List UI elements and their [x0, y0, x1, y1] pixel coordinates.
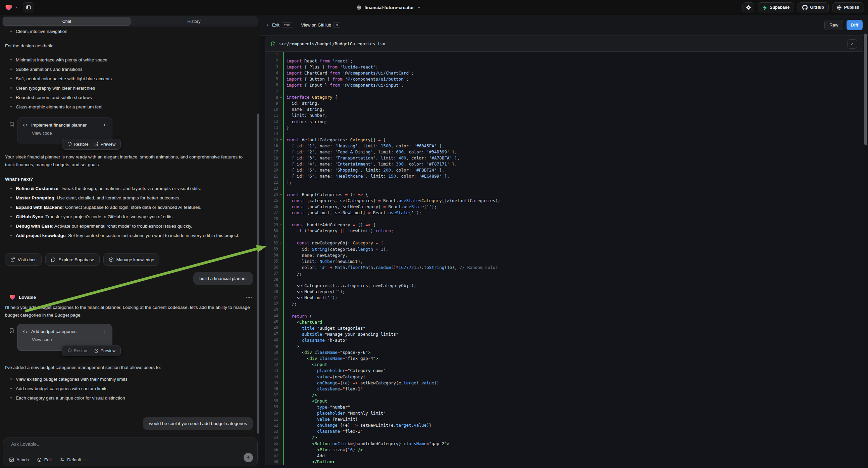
code-line: 13}	[266, 124, 863, 130]
github-button[interactable]: GitHub	[798, 2, 829, 12]
code-lines[interactable]: 12import React from 'react';3import { Pl…	[266, 52, 863, 465]
code-text: const [categories, setCategories] = Reac…	[284, 198, 500, 203]
file-header[interactable]: src/components/budget/BudgetCategories.t…	[266, 36, 863, 52]
restore-button[interactable]: Restore	[67, 142, 89, 147]
bookmark-icon[interactable]	[9, 121, 14, 127]
code-line: 6import { Input } from '@/components/ui/…	[266, 82, 863, 88]
list-item-label: GitHub Sync	[16, 214, 43, 219]
lovable-logo-icon[interactable]	[5, 3, 13, 11]
code-text: const defaultCategories: Category[] = [	[284, 137, 386, 142]
chevron-down-icon[interactable]	[15, 6, 18, 9]
view-on-github-button[interactable]: View on GitHub G	[301, 22, 340, 28]
raw-toggle-button[interactable]: Raw	[825, 20, 843, 30]
code-line: 18 { id: '3', name: 'Transportation', li…	[266, 155, 863, 161]
code-text: <Plus size={16} />	[284, 447, 363, 452]
restore-button[interactable]: Restore	[67, 349, 89, 353]
manage-knowledge-button[interactable]: Manage knowledge	[103, 254, 160, 266]
panel-left-icon	[26, 5, 31, 10]
line-number: 43	[266, 307, 283, 313]
code-line: 57 />	[266, 392, 863, 398]
line-number: 18	[266, 155, 283, 161]
code-text: name: string;	[284, 107, 325, 112]
sidebar-toggle-button[interactable]	[23, 2, 34, 12]
code-line: 20 { id: '5', name: 'Shopping', limit: 2…	[266, 167, 863, 173]
list-item: Debug with Ease: Activate our experiment…	[0, 223, 254, 229]
exit-label: Exit	[272, 23, 279, 28]
publish-button[interactable]: Publish	[832, 2, 864, 12]
edit-mode-button[interactable]: Edit	[37, 457, 52, 462]
chat-input[interactable]	[11, 441, 249, 447]
preview-button[interactable]: Preview	[94, 142, 116, 147]
visit-docs-label: Visit docs	[18, 257, 36, 262]
list-item: Each category gets a unique color for vi…	[0, 395, 254, 401]
line-number: 36	[266, 264, 283, 270]
list-item: Master Prompting: Use clear, detailed, a…	[0, 195, 254, 201]
target-icon	[37, 457, 42, 462]
code-text: if (!newCategory || !newLimit) return;	[284, 228, 394, 233]
tab-history[interactable]: History	[130, 17, 257, 26]
diff-added-bar	[283, 130, 284, 137]
code-line: 60 placeholder="Monthly limit"	[266, 410, 863, 416]
chat-composer: Attach Edit Default	[3, 437, 258, 466]
fold-chevron-icon[interactable]	[280, 96, 282, 98]
preview-button[interactable]: Preview	[94, 349, 116, 353]
diff-added-bar	[283, 185, 284, 192]
code-text: { id: '6', name: 'Healthcare', limit: 15…	[284, 174, 450, 179]
collapse-file-button[interactable]	[847, 39, 857, 49]
code-text: placeholder="Category name"	[284, 368, 386, 373]
more-options-icon[interactable]: •••	[246, 294, 253, 300]
chevron-down-icon	[83, 458, 87, 462]
attach-label: Attach	[17, 457, 29, 462]
attach-button[interactable]: Attach	[9, 457, 29, 462]
project-switcher[interactable]: financial-future-creator	[356, 0, 421, 15]
code-text: }	[284, 125, 289, 130]
chat-scroll-area[interactable]: Clean, intuitive navigation For the desi…	[0, 27, 260, 468]
code-line: 34 name: newCategory,	[266, 252, 863, 258]
mode-selector[interactable]: Default	[60, 457, 87, 462]
code-text: className="flex-1"	[284, 429, 363, 434]
line-number: 57	[266, 392, 283, 398]
send-button[interactable]	[244, 453, 253, 462]
fold-chevron-icon[interactable]	[280, 223, 282, 226]
restore-label: Restore	[74, 349, 89, 353]
code-line: 62 onChange={(e) => setNewLimit(e.target…	[266, 422, 863, 429]
code-line: 42 };	[266, 301, 863, 307]
code-text: color: '#' + Math.floor(Math.random()*16…	[284, 265, 498, 270]
code-line: 61 value={newLimit}	[266, 416, 863, 422]
chat-scrollbar[interactable]	[257, 114, 259, 434]
code-text: const BudgetCategories = () => {	[284, 192, 368, 197]
code-line: 14	[266, 130, 863, 137]
visit-docs-button[interactable]: Visit docs	[5, 254, 41, 266]
code-text: { id: '3', name: 'Transportation', limit…	[284, 155, 460, 160]
view-code-link[interactable]: View code	[32, 130, 112, 136]
code-text: <Input	[284, 362, 327, 367]
code-line: 4import ChartCard from '@/components/ui/…	[266, 70, 863, 76]
code-text: </Button>	[284, 459, 335, 464]
view-code-link[interactable]: View code	[32, 337, 112, 342]
list-item-label: Expand with Backend	[16, 205, 63, 210]
fold-chevron-icon[interactable]	[280, 138, 282, 140]
fold-chevron-icon[interactable]	[280, 241, 282, 244]
settings-button[interactable]	[742, 2, 754, 12]
code-line: 67 Add	[266, 452, 863, 459]
code-scrollbar[interactable]	[864, 34, 867, 145]
explore-supabase-button[interactable]: Explore Supabase	[45, 254, 99, 266]
code-line: 32 const newCategoryObj: Category = {	[266, 240, 863, 246]
code-line: 33 id: String(categories.length + 1),	[266, 246, 863, 252]
supabase-button[interactable]: Supabase	[757, 2, 794, 12]
code-line: 65 <Button onClick={handleAddCategory} c…	[266, 440, 863, 446]
exit-button[interactable]: Exit ESC	[266, 22, 292, 28]
code-line: 2import React from 'react';	[266, 58, 863, 64]
line-number: 42	[266, 301, 283, 307]
diff-toggle-button[interactable]: Diff	[846, 20, 863, 30]
code-line: 47 subtitle="Manage your spending limits…	[266, 331, 863, 337]
chevron-down-icon	[417, 6, 421, 9]
image-icon	[9, 457, 14, 462]
code-text: import React from 'react';	[284, 58, 353, 63]
code-text: <Input	[284, 399, 327, 404]
code-text: ];	[284, 180, 291, 185]
fold-chevron-icon[interactable]	[280, 193, 282, 195]
bookmark-icon[interactable]	[9, 328, 14, 333]
tab-chat[interactable]: Chat	[3, 17, 130, 26]
list-item: Add new budget categories with custom li…	[0, 385, 254, 392]
